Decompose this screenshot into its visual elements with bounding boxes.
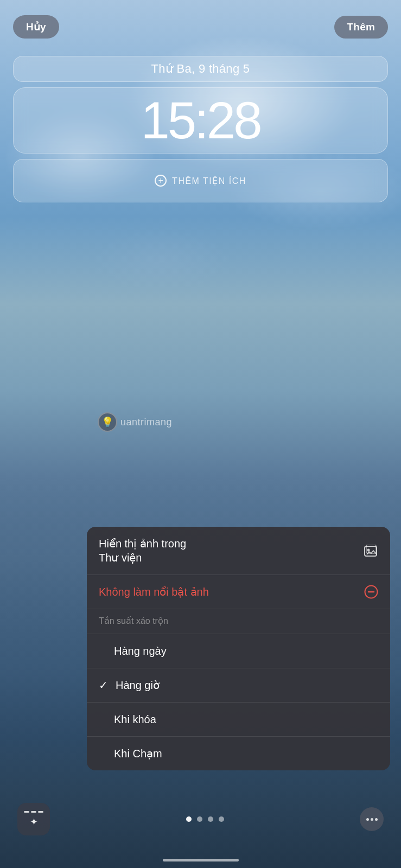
hourly-text: Hàng giờ — [116, 678, 160, 692]
on-tap-text: Khi Chạm — [99, 746, 162, 761]
sparkle-button[interactable]: ✦ — [17, 803, 50, 835]
page-dot-3 — [208, 816, 213, 822]
page-dot-4 — [219, 816, 224, 822]
date-widget[interactable]: Thứ Ba, 9 tháng 5 — [13, 56, 388, 82]
sparkle-star-icon: ✦ — [30, 816, 38, 828]
time-widget[interactable]: 15:28 — [13, 87, 388, 154]
show-in-library-item[interactable]: Hiển thị ảnh trongThư viện — [87, 527, 390, 575]
bottom-bar: ✦ — [0, 803, 401, 835]
add-widget-button[interactable]: THÊM TIỆN ÍCH — [13, 159, 388, 202]
delete-icon — [364, 585, 378, 599]
hourly-item[interactable]: ✓ Hàng giờ — [87, 668, 390, 703]
context-menu: Hiển thị ảnh trongThư viện Không làm nổi… — [87, 527, 390, 770]
page-dot-2 — [197, 816, 202, 822]
no-featured-item[interactable]: Không làm nổi bật ảnh — [87, 575, 390, 609]
top-bar: Hủy Thêm — [0, 0, 401, 47]
show-in-library-text: Hiển thị ảnh trongThư viện — [99, 537, 186, 565]
add-widget-label: THÊM TIỆN ÍCH — [172, 176, 246, 186]
time-text: 15:28 — [141, 91, 260, 149]
add-widget-icon — [155, 175, 167, 187]
add-button[interactable]: Thêm — [334, 16, 388, 39]
home-indicator — [163, 859, 239, 861]
checkmark-icon: ✓ — [99, 679, 108, 692]
more-button[interactable] — [360, 807, 384, 831]
daily-text: Hàng ngày — [99, 644, 167, 658]
more-dots-icon — [366, 818, 378, 821]
sparkle-lines-icon — [24, 811, 43, 813]
on-lock-text: Khi khóa — [99, 712, 156, 726]
frequency-label-text: Tần suất xáo trộn — [99, 616, 168, 627]
daily-item[interactable]: Hàng ngày — [87, 634, 390, 668]
photos-icon — [364, 545, 378, 557]
svg-point-2 — [367, 549, 370, 552]
frequency-label-item: Tần suất xáo trộn — [87, 609, 390, 634]
page-dot-1 — [186, 816, 192, 822]
on-tap-item[interactable]: Khi Chạm — [87, 737, 390, 770]
on-lock-item[interactable]: Khi khóa — [87, 703, 390, 737]
cancel-button[interactable]: Hủy — [13, 15, 59, 39]
date-text: Thứ Ba, 9 tháng 5 — [151, 62, 250, 75]
no-featured-text: Không làm nổi bật ảnh — [99, 585, 209, 599]
page-dots — [186, 816, 224, 822]
